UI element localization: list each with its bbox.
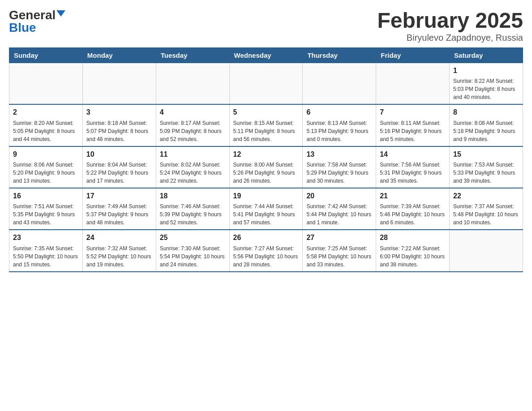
logo: General Blue bbox=[9, 9, 65, 34]
day-cell bbox=[376, 63, 450, 104]
day-cell: 12Sunrise: 8:00 AM Sunset: 5:26 PM Dayli… bbox=[229, 146, 303, 188]
day-info: Sunrise: 8:02 AM Sunset: 5:24 PM Dayligh… bbox=[160, 161, 226, 185]
day-cell: 27Sunrise: 7:25 AM Sunset: 5:58 PM Dayli… bbox=[303, 230, 376, 271]
day-number: 25 bbox=[160, 233, 226, 243]
day-number: 24 bbox=[86, 233, 152, 243]
day-info: Sunrise: 7:46 AM Sunset: 5:39 PM Dayligh… bbox=[160, 202, 226, 227]
day-number: 4 bbox=[160, 107, 226, 117]
day-info: Sunrise: 7:53 AM Sunset: 5:33 PM Dayligh… bbox=[453, 161, 519, 185]
day-info: Sunrise: 7:37 AM Sunset: 5:48 PM Dayligh… bbox=[453, 202, 519, 227]
calendar-title: February 2025 bbox=[377, 9, 523, 33]
day-cell: 24Sunrise: 7:32 AM Sunset: 5:52 PM Dayli… bbox=[82, 230, 156, 271]
week-row-5: 23Sunrise: 7:35 AM Sunset: 5:50 PM Dayli… bbox=[9, 230, 523, 271]
day-cell: 9Sunrise: 8:06 AM Sunset: 5:20 PM Daylig… bbox=[9, 146, 83, 188]
day-cell: 6Sunrise: 8:13 AM Sunset: 5:13 PM Daylig… bbox=[303, 104, 376, 146]
day-cell: 21Sunrise: 7:39 AM Sunset: 5:46 PM Dayli… bbox=[376, 188, 450, 230]
day-number: 13 bbox=[306, 150, 372, 159]
day-number: 28 bbox=[380, 233, 446, 243]
day-cell: 19Sunrise: 7:44 AM Sunset: 5:41 PM Dayli… bbox=[229, 188, 303, 230]
day-number: 20 bbox=[306, 191, 372, 201]
weekday-header-tuesday: Tuesday bbox=[156, 47, 229, 63]
day-cell bbox=[82, 63, 156, 104]
weekday-header-wednesday: Wednesday bbox=[229, 47, 303, 63]
day-cell: 26Sunrise: 7:27 AM Sunset: 5:56 PM Dayli… bbox=[229, 230, 303, 271]
day-info: Sunrise: 8:04 AM Sunset: 5:22 PM Dayligh… bbox=[86, 161, 152, 185]
day-cell: 2Sunrise: 8:20 AM Sunset: 5:05 PM Daylig… bbox=[9, 104, 83, 146]
day-info: Sunrise: 8:20 AM Sunset: 5:05 PM Dayligh… bbox=[13, 119, 79, 143]
day-number: 9 bbox=[13, 150, 79, 159]
day-info: Sunrise: 8:06 AM Sunset: 5:20 PM Dayligh… bbox=[13, 161, 79, 185]
day-number: 27 bbox=[306, 233, 372, 243]
day-info: Sunrise: 7:58 AM Sunset: 5:29 PM Dayligh… bbox=[306, 161, 372, 185]
day-number: 17 bbox=[86, 191, 152, 201]
day-cell bbox=[9, 63, 83, 104]
day-number: 26 bbox=[233, 233, 299, 243]
day-number: 1 bbox=[453, 66, 519, 76]
weekday-header-sunday: Sunday bbox=[9, 47, 83, 63]
day-info: Sunrise: 8:15 AM Sunset: 5:11 PM Dayligh… bbox=[233, 119, 299, 143]
logo-triangle-icon bbox=[56, 10, 65, 17]
day-cell: 7Sunrise: 8:11 AM Sunset: 5:16 PM Daylig… bbox=[376, 104, 450, 146]
day-cell: 5Sunrise: 8:15 AM Sunset: 5:11 PM Daylig… bbox=[229, 104, 303, 146]
week-row-1: 1Sunrise: 8:22 AM Sunset: 5:03 PM Daylig… bbox=[9, 63, 523, 104]
day-info: Sunrise: 8:18 AM Sunset: 5:07 PM Dayligh… bbox=[86, 119, 152, 143]
day-info: Sunrise: 7:49 AM Sunset: 5:37 PM Dayligh… bbox=[86, 202, 152, 227]
day-info: Sunrise: 7:42 AM Sunset: 5:44 PM Dayligh… bbox=[306, 202, 372, 227]
day-number: 12 bbox=[233, 150, 299, 159]
day-info: Sunrise: 7:51 AM Sunset: 5:35 PM Dayligh… bbox=[13, 202, 79, 227]
day-info: Sunrise: 7:27 AM Sunset: 5:56 PM Dayligh… bbox=[233, 244, 299, 269]
day-info: Sunrise: 7:22 AM Sunset: 6:00 PM Dayligh… bbox=[380, 244, 446, 269]
day-cell: 13Sunrise: 7:58 AM Sunset: 5:29 PM Dayli… bbox=[303, 146, 376, 188]
day-info: Sunrise: 8:22 AM Sunset: 5:03 PM Dayligh… bbox=[453, 77, 519, 101]
day-cell: 15Sunrise: 7:53 AM Sunset: 5:33 PM Dayli… bbox=[450, 146, 523, 188]
weekday-header-monday: Monday bbox=[82, 47, 156, 63]
day-cell: 8Sunrise: 8:08 AM Sunset: 5:18 PM Daylig… bbox=[450, 104, 523, 146]
day-number: 11 bbox=[160, 150, 226, 159]
day-info: Sunrise: 7:30 AM Sunset: 5:54 PM Dayligh… bbox=[160, 244, 226, 269]
day-cell: 14Sunrise: 7:56 AM Sunset: 5:31 PM Dayli… bbox=[376, 146, 450, 188]
day-info: Sunrise: 8:17 AM Sunset: 5:09 PM Dayligh… bbox=[160, 119, 226, 143]
weekday-header-thursday: Thursday bbox=[303, 47, 376, 63]
day-number: 8 bbox=[453, 107, 519, 117]
day-cell bbox=[229, 63, 303, 104]
day-number: 6 bbox=[306, 107, 372, 117]
day-number: 21 bbox=[380, 191, 446, 201]
day-number: 23 bbox=[13, 233, 79, 243]
day-info: Sunrise: 7:35 AM Sunset: 5:50 PM Dayligh… bbox=[13, 244, 79, 269]
day-number: 3 bbox=[86, 107, 152, 117]
weekday-header-row: SundayMondayTuesdayWednesdayThursdayFrid… bbox=[9, 47, 523, 63]
day-cell: 25Sunrise: 7:30 AM Sunset: 5:54 PM Dayli… bbox=[156, 230, 229, 271]
day-cell: 22Sunrise: 7:37 AM Sunset: 5:48 PM Dayli… bbox=[450, 188, 523, 230]
day-cell: 28Sunrise: 7:22 AM Sunset: 6:00 PM Dayli… bbox=[376, 230, 450, 271]
day-info: Sunrise: 8:00 AM Sunset: 5:26 PM Dayligh… bbox=[233, 161, 299, 185]
title-block: February 2025 Biryulevo Zapadnoye, Russi… bbox=[377, 9, 523, 43]
day-number: 18 bbox=[160, 191, 226, 201]
day-info: Sunrise: 8:11 AM Sunset: 5:16 PM Dayligh… bbox=[380, 119, 446, 143]
day-cell: 10Sunrise: 8:04 AM Sunset: 5:22 PM Dayli… bbox=[82, 146, 156, 188]
day-info: Sunrise: 8:13 AM Sunset: 5:13 PM Dayligh… bbox=[306, 119, 372, 143]
day-info: Sunrise: 7:39 AM Sunset: 5:46 PM Dayligh… bbox=[380, 202, 446, 227]
week-row-4: 16Sunrise: 7:51 AM Sunset: 5:35 PM Dayli… bbox=[9, 188, 523, 230]
calendar-table: SundayMondayTuesdayWednesdayThursdayFrid… bbox=[9, 47, 523, 272]
day-number: 19 bbox=[233, 191, 299, 201]
day-info: Sunrise: 8:08 AM Sunset: 5:18 PM Dayligh… bbox=[453, 119, 519, 143]
day-number: 10 bbox=[86, 150, 152, 159]
day-info: Sunrise: 7:25 AM Sunset: 5:58 PM Dayligh… bbox=[306, 244, 372, 269]
day-info: Sunrise: 7:44 AM Sunset: 5:41 PM Dayligh… bbox=[233, 202, 299, 227]
day-info: Sunrise: 7:32 AM Sunset: 5:52 PM Dayligh… bbox=[86, 244, 152, 269]
week-row-3: 9Sunrise: 8:06 AM Sunset: 5:20 PM Daylig… bbox=[9, 146, 523, 188]
day-number: 22 bbox=[453, 191, 519, 201]
weekday-header-saturday: Saturday bbox=[450, 47, 523, 63]
day-number: 7 bbox=[380, 107, 446, 117]
day-cell bbox=[450, 230, 523, 271]
calendar-subtitle: Biryulevo Zapadnoye, Russia bbox=[377, 33, 523, 43]
day-cell: 18Sunrise: 7:46 AM Sunset: 5:39 PM Dayli… bbox=[156, 188, 229, 230]
day-cell: 20Sunrise: 7:42 AM Sunset: 5:44 PM Dayli… bbox=[303, 188, 376, 230]
day-cell: 11Sunrise: 8:02 AM Sunset: 5:24 PM Dayli… bbox=[156, 146, 229, 188]
weekday-header-friday: Friday bbox=[376, 47, 450, 63]
day-cell: 17Sunrise: 7:49 AM Sunset: 5:37 PM Dayli… bbox=[82, 188, 156, 230]
day-cell: 4Sunrise: 8:17 AM Sunset: 5:09 PM Daylig… bbox=[156, 104, 229, 146]
day-number: 5 bbox=[233, 107, 299, 117]
day-cell: 16Sunrise: 7:51 AM Sunset: 5:35 PM Dayli… bbox=[9, 188, 83, 230]
day-number: 16 bbox=[13, 191, 79, 201]
